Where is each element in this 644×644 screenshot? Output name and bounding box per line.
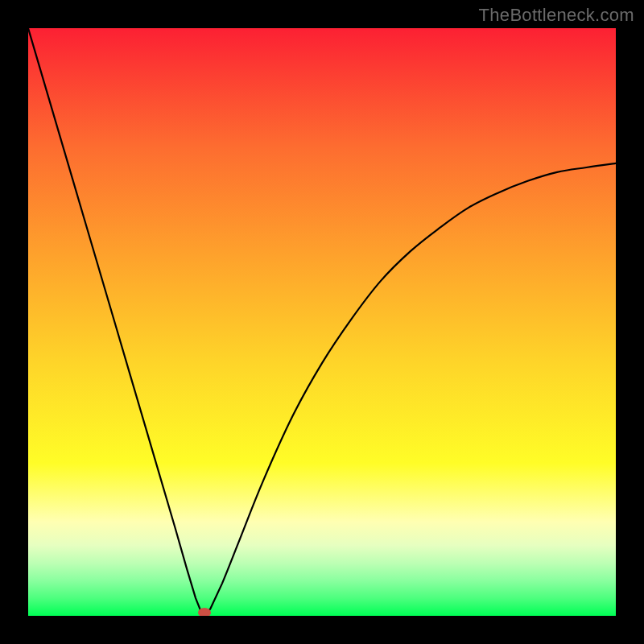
attribution-text: TheBottleneck.com: [479, 5, 634, 26]
chart-svg: [28, 28, 616, 616]
chart-frame: TheBottleneck.com: [0, 0, 644, 644]
plot-area: [28, 28, 616, 616]
bottleneck-curve: [28, 28, 616, 616]
